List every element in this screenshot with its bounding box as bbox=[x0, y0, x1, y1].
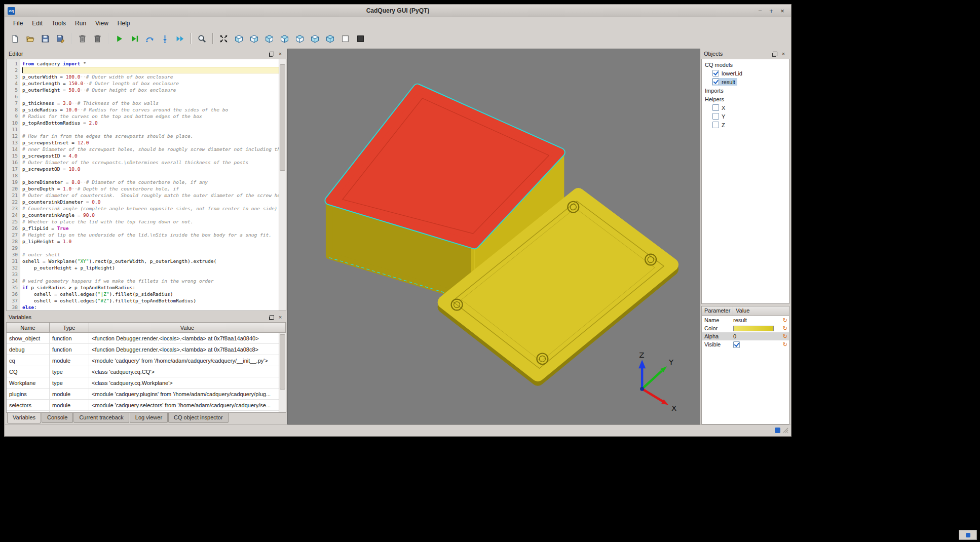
param-value[interactable]: result bbox=[733, 317, 747, 323]
toolbar-new-file-button[interactable] bbox=[8, 31, 22, 46]
code-line-20[interactable]: p_boreDepth = 1.0··# Depth of the counte… bbox=[22, 185, 286, 192]
menu-help[interactable]: Help bbox=[113, 18, 135, 28]
code-line-11[interactable] bbox=[22, 126, 286, 133]
tab-current-traceback[interactable]: Current traceback bbox=[73, 413, 129, 423]
code-line-8[interactable]: p_sideRadius = 10.0··# Radius for the cu… bbox=[22, 106, 286, 113]
column-header-type[interactable]: Type bbox=[50, 323, 89, 333]
code-line-6[interactable] bbox=[22, 93, 286, 100]
variable-row-workplane[interactable]: Workplanetype<class 'cadquery.cq.Workpla… bbox=[7, 377, 286, 389]
toolbar-render-button[interactable] bbox=[112, 31, 126, 46]
checkbox-x[interactable] bbox=[712, 104, 719, 111]
viewport-canvas[interactable]: Z Y X bbox=[288, 49, 700, 424]
code-line-15[interactable]: p_screwpostID = 4.0 bbox=[22, 152, 286, 159]
menu-file[interactable]: File bbox=[9, 18, 27, 28]
code-line-2[interactable] bbox=[22, 67, 286, 73]
toolbar-step-button[interactable] bbox=[142, 31, 157, 46]
objects-close-button[interactable]: × bbox=[780, 50, 787, 57]
viewport-3d[interactable]: Z Y X bbox=[287, 49, 700, 424]
toolbar-zoom-selection-button[interactable] bbox=[195, 31, 209, 46]
toolbar-clean-current-button[interactable] bbox=[75, 31, 89, 46]
variables-float-button[interactable] bbox=[268, 314, 275, 321]
code-line-14[interactable]: # nner Diameter of the screwpost holes, … bbox=[22, 146, 286, 152]
column-header-param-value[interactable]: Value bbox=[733, 306, 789, 316]
variables-scrollbar-thumb[interactable] bbox=[280, 334, 285, 390]
variable-row-show-object[interactable]: show_objectfunction<function Debugger.re… bbox=[7, 333, 286, 344]
toolbar-view-back-button[interactable] bbox=[247, 31, 261, 46]
toolbar-shaded-mode-button[interactable] bbox=[353, 31, 367, 46]
code-line-36[interactable]: oshell = oshell.edges("|Z").fillet(p_sid… bbox=[22, 291, 286, 297]
tree-item-x[interactable]: X bbox=[702, 103, 789, 112]
tree-item-cq-models[interactable]: CQ models bbox=[702, 60, 789, 69]
tree-item-helpers[interactable]: Helpers bbox=[702, 95, 789, 103]
variables-close-button[interactable]: × bbox=[277, 314, 284, 321]
toolbar-save-file-button[interactable] bbox=[38, 31, 52, 46]
code-line-18[interactable] bbox=[22, 172, 286, 179]
code-line-33[interactable] bbox=[22, 271, 286, 278]
toolbar-step-into-button[interactable] bbox=[158, 31, 172, 46]
checkbox-z[interactable] bbox=[712, 122, 719, 128]
code-line-21[interactable]: # Outer diameter of countersink. Should … bbox=[22, 192, 286, 199]
code-line-27[interactable]: # Height of lip on the underside of the … bbox=[22, 231, 286, 238]
menu-run[interactable]: Run bbox=[70, 18, 91, 28]
checkbox-y[interactable] bbox=[712, 113, 719, 120]
code-line-31[interactable]: oshell = Workplane("XY").rect(p_outerWid… bbox=[22, 258, 286, 264]
param-value[interactable]: 0 bbox=[733, 333, 736, 339]
code-line-34[interactable]: # weird geometry happens if we make the … bbox=[22, 278, 286, 284]
menu-view[interactable]: View bbox=[91, 18, 113, 28]
code-line-30[interactable]: # outer shell bbox=[22, 251, 286, 258]
code-line-28[interactable]: p_lipHeight = 1.0 bbox=[22, 238, 286, 245]
toolbar-debug-button[interactable] bbox=[127, 31, 141, 46]
code-line-12[interactable]: # How far in from the edges the screwpos… bbox=[22, 133, 286, 139]
toolbar-view-axonometric-button[interactable] bbox=[323, 31, 337, 46]
revert-button[interactable]: ↻ bbox=[783, 334, 789, 339]
variable-row-plugins[interactable]: pluginsmodule<module 'cadquery.plugins' … bbox=[7, 389, 286, 400]
param-row-name[interactable]: Nameresult↻ bbox=[702, 316, 789, 324]
visible-checkbox[interactable] bbox=[733, 341, 740, 348]
toolbar-wireframe-mode-button[interactable] bbox=[338, 31, 352, 46]
tree-item-y[interactable]: Y bbox=[702, 112, 789, 121]
tree-item-lowerlid[interactable]: lowerLid bbox=[702, 69, 789, 78]
code-line-16[interactable]: # Outer Diameter of the screwposts.\nDet… bbox=[22, 159, 286, 166]
editor-close-button[interactable]: × bbox=[277, 50, 284, 57]
toolbar-clean-all-button[interactable] bbox=[90, 31, 104, 46]
variable-row-plane[interactable]: Planetype<class 'cadquery.occ_impl.geom.… bbox=[7, 411, 286, 412]
checkbox-result[interactable] bbox=[712, 79, 719, 85]
tree-item-z[interactable]: Z bbox=[702, 121, 789, 129]
revert-button[interactable]: ↻ bbox=[783, 326, 789, 331]
param-row-alpha[interactable]: Alpha0↻ bbox=[702, 332, 789, 340]
maximize-button[interactable]: + bbox=[767, 6, 776, 15]
tab-console[interactable]: Console bbox=[42, 413, 73, 423]
resize-grip[interactable] bbox=[782, 427, 789, 434]
column-header-value[interactable]: Value bbox=[89, 323, 286, 333]
code-line-7[interactable]: p_thickness = 3.0··# Thickness of the bo… bbox=[22, 100, 286, 106]
checkbox-lowerlid[interactable] bbox=[712, 70, 719, 76]
toolbar-view-top-button[interactable] bbox=[292, 31, 307, 46]
code-line-10[interactable]: p_topAndBottomRadius = 2.0 bbox=[22, 120, 286, 126]
revert-button[interactable]: ↻ bbox=[783, 342, 789, 347]
minimize-button[interactable]: − bbox=[756, 6, 765, 15]
toolbar-fit-all-button[interactable] bbox=[216, 31, 231, 46]
variable-row-debug[interactable]: debugfunction<function Debugger.render.<… bbox=[7, 344, 286, 355]
code-line-4[interactable]: p_outerLength = 150.0··# Outer length of… bbox=[22, 80, 286, 87]
tab-log-viewer[interactable]: Log viewer bbox=[130, 413, 168, 423]
code-line-3[interactable]: p_outerWidth = 100.0··# Outer width of b… bbox=[22, 73, 286, 80]
code-line-38[interactable]: else: bbox=[22, 304, 286, 311]
revert-button[interactable]: ↻ bbox=[783, 318, 789, 323]
editor-scrollbar-thumb[interactable] bbox=[280, 64, 285, 171]
toolbar-view-right-button[interactable] bbox=[277, 31, 291, 46]
column-header-parameter[interactable]: Parameter bbox=[702, 306, 733, 316]
editor-float-button[interactable] bbox=[268, 50, 275, 57]
code-line-25[interactable]: # Whether to place the lid with the top … bbox=[22, 218, 286, 225]
color-swatch[interactable] bbox=[733, 326, 774, 331]
column-header-name[interactable]: Name bbox=[7, 323, 50, 333]
toolbar-open-file-button[interactable] bbox=[23, 31, 37, 46]
close-button[interactable]: × bbox=[778, 6, 787, 15]
menu-edit[interactable]: Edit bbox=[27, 18, 47, 28]
toolbar-view-bottom-button[interactable] bbox=[308, 31, 322, 46]
tree-item-result[interactable]: result bbox=[702, 78, 789, 86]
toolbar-save-as-button[interactable] bbox=[53, 31, 67, 46]
variable-row-selectors[interactable]: selectorsmodule<module 'cadquery.selecto… bbox=[7, 400, 286, 411]
code-line-1[interactable]: from cadquery import * bbox=[22, 60, 286, 67]
code-line-26[interactable]: p_flipLid = True bbox=[22, 225, 286, 231]
code-line-13[interactable]: p_screwpostInset = 12.0 bbox=[22, 139, 286, 146]
